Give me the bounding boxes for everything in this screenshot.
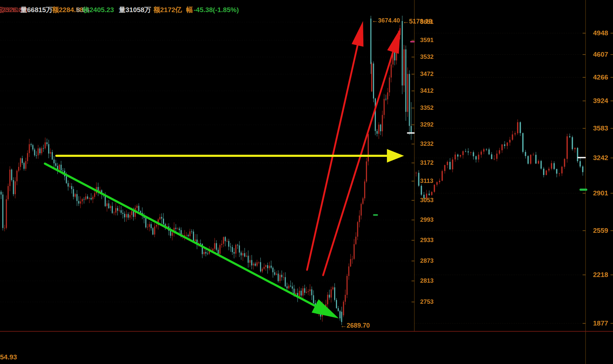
chart-canvas[interactable] [0,0,613,364]
axis-label-3591: 3591 [420,37,434,43]
axis-label-3412: 3412 [420,88,434,94]
trading-app-screen: 3651359135323472341233523292323231723113… [0,0,613,364]
yellow-horizontal-arrow[interactable] [56,149,404,163]
info-segment-7: 额2172亿 [153,6,182,14]
axis-label-1877: 1877 [593,320,608,327]
info-segment-9: -45.38(-1.85%) [194,6,239,14]
axis-label-4948: 4948 [593,30,608,36]
axis-label-2901: 2901 [593,190,608,196]
axis-label-2873: 2873 [420,258,434,264]
axis-label-3242: 3242 [593,154,608,161]
axis-label-3472: 3472 [420,71,434,77]
axis-label-2753: 2753 [420,299,434,305]
bottom-left-value-label: 54.93 [0,354,17,360]
candlestick-chart-svg [0,0,613,364]
axis-label-3172: 3172 [420,160,434,166]
status-info-bar: 高2326.87低2310.51量66815万额2284.588.56收2405… [0,6,613,15]
info-segment-8: 幅 [186,6,193,14]
axis-label-2993: 2993 [420,217,434,223]
axis-label-4266: 4266 [593,74,608,81]
axis-label-3053: 3053 [420,197,434,203]
axis-label-4607: 4607 [593,51,608,58]
left-current-price-dash [407,132,415,134]
drawing-annotations[interactable] [45,21,404,318]
left-weekly-chart-candles [1,16,412,325]
gridlines [0,22,586,323]
info-segment-5: 收2405.23 [83,6,114,14]
axis-label-3924: 3924 [593,97,608,104]
axis-label-2933: 2933 [420,237,434,243]
info-segment-2: 量66815万 [20,6,53,14]
axis-label-2559: 2559 [593,227,608,234]
left-magenta-dash [410,41,415,42]
info-segment-6: 量31058万 [119,6,151,14]
axis-label-3352: 3352 [420,105,434,111]
annotation-low-2689: ←2689.70 [340,322,370,329]
annotation-high-3674: ←3674.40 [372,17,400,24]
right-overview-chart-candles [415,119,583,201]
red-up-arrow-1[interactable] [307,21,363,270]
left-green-dash [373,214,378,216]
axis-label-3292: 3292 [420,122,434,128]
axis-label-3583: 3583 [593,125,608,132]
axis-label-2813: 2813 [420,278,434,284]
right-green-dash [579,189,587,191]
axis-label-3113: 3113 [420,178,433,184]
axis-label-3232: 3232 [420,141,434,147]
right-current-price-dash [577,157,586,158]
axis-label-3532: 3532 [420,54,434,60]
price-markers [373,41,587,216]
axis-lines [0,0,613,364]
annotation-high-5178: ←5178.19 [403,18,432,25]
green-downtrend-arrow[interactable] [45,164,339,318]
axis-label-2218: 2218 [593,271,608,278]
